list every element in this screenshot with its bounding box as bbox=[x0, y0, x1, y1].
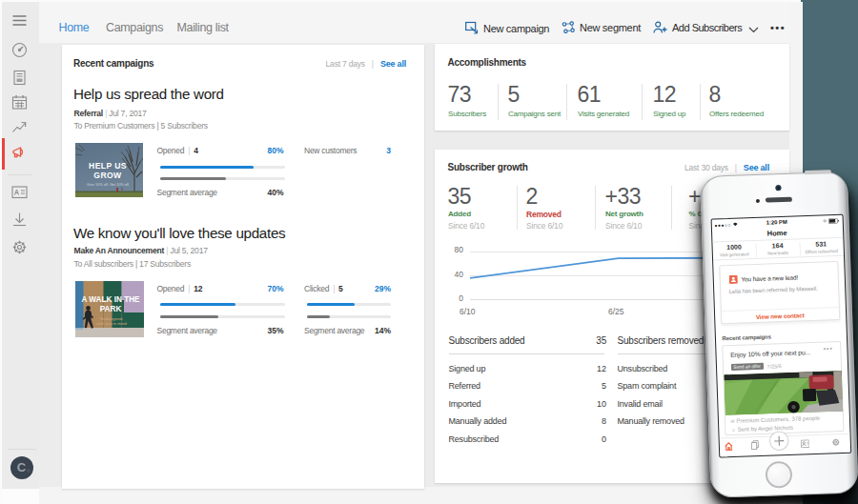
svg-text:A WALK IN THE: A WALK IN THE bbox=[81, 295, 140, 304]
svg-text:Give 10% off. Get 10% off: Give 10% off. Get 10% off bbox=[87, 183, 130, 187]
svg-text:HELP US: HELP US bbox=[89, 161, 127, 171]
svg-text:with you in mind: with you in mind bbox=[96, 321, 127, 326]
svg-text:PARK: PARK bbox=[100, 305, 122, 313]
svg-text:GROW: GROW bbox=[93, 171, 122, 180]
svg-text:Redesigned,: Redesigned, bbox=[100, 316, 124, 321]
